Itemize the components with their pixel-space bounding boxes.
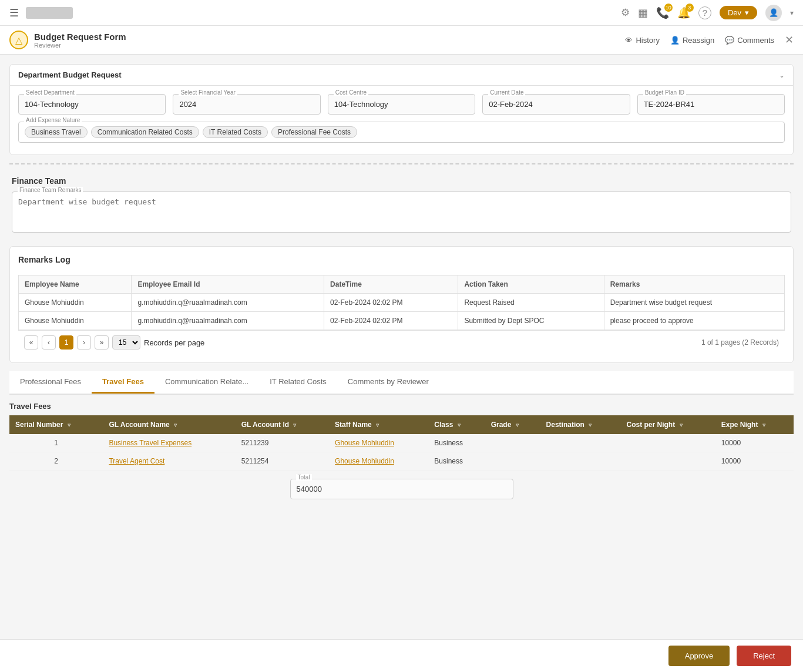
page-1-btn[interactable]: 1	[59, 335, 73, 350]
last-page-btn[interactable]: »	[95, 335, 109, 350]
tab-it-related[interactable]: IT Related Costs	[259, 371, 337, 394]
travel-fees-section: Travel Fees Serial Number ▿ GL Account N…	[9, 402, 794, 499]
sort-expe-icon[interactable]: ▿	[762, 422, 765, 428]
tags-container: Business TravelCommunication Related Cos…	[18, 122, 785, 143]
sub-header-right: 👁 History 👤 Reassign 💬 Comments ✕	[625, 33, 794, 46]
table-row: 1 Business Travel Expenses 5211239 Ghous…	[9, 434, 794, 452]
remarks-header-row: Employee Name Employee Email Id DateTime…	[19, 275, 785, 294]
cell-datetime: 02-Feb-2024 02:02 PM	[324, 294, 458, 312]
nav-right: ⚙ ▦ 📞 10 🔔 3 ? Dev ▾ 👤 ▾	[621, 5, 794, 21]
cell-remarks: please proceed to approve	[604, 312, 784, 330]
grid-icon[interactable]: ▦	[638, 6, 648, 19]
bell-icon[interactable]: 🔔 3	[677, 6, 690, 19]
tab-comments[interactable]: Comments by Reviewer	[337, 371, 439, 394]
sort-staff-icon[interactable]: ▿	[376, 422, 379, 428]
tab-communication[interactable]: Communication Relate...	[154, 371, 259, 394]
department-budget-header: Department Budget Request ⌄	[10, 65, 793, 86]
table-row: Ghouse Mohiuddin g.mohiuddin.q@ruaalmadi…	[19, 312, 785, 330]
sort-gl-name-icon[interactable]: ▿	[174, 422, 177, 428]
remarks-tbody: Ghouse Mohiuddin g.mohiuddin.q@ruaalmadi…	[19, 294, 785, 330]
dev-button[interactable]: Dev ▾	[720, 6, 757, 19]
cell-expe-night: 10000	[715, 434, 794, 452]
cost-centre-field: Cost Centre	[328, 94, 475, 115]
sub-header: △ Budget Request Form Reviewer 👁 History…	[0, 26, 803, 55]
th-destination: Destination ▿	[540, 415, 621, 434]
collapse-icon[interactable]: ⌄	[779, 71, 785, 79]
sort-gl-id-icon[interactable]: ▿	[293, 422, 296, 428]
expense-tag: IT Related Costs	[203, 126, 268, 138]
settings-icon[interactable]: ⚙	[621, 6, 630, 19]
expense-nature-field: Add Expense Nature Business TravelCommun…	[18, 122, 785, 143]
finance-team-title: Finance Team	[12, 176, 791, 186]
cell-gl-name: Business Travel Expenses	[103, 434, 235, 452]
travel-fees-header-row: Serial Number ▿ GL Account Name ▿ GL Acc…	[9, 415, 794, 434]
current-date-label: Current Date	[488, 89, 525, 96]
tab-travel-fees[interactable]: Travel Fees	[92, 371, 154, 394]
next-page-btn[interactable]: ›	[77, 335, 91, 350]
department-field: Select Department	[18, 94, 166, 115]
pagination-info: 1 of 1 pages (2 Records)	[701, 338, 779, 347]
page-size-select[interactable]: 15 25 50	[112, 335, 140, 350]
cell-destination	[540, 434, 621, 452]
cell-gl-id: 5211254	[236, 452, 329, 471]
total-field: Total	[290, 479, 513, 499]
finance-remarks-textarea[interactable]	[12, 191, 791, 233]
cost-centre-input[interactable]	[328, 94, 475, 115]
bell-badge: 3	[686, 4, 694, 12]
first-page-btn[interactable]: «	[24, 335, 38, 350]
reassign-action[interactable]: 👤 Reassign	[670, 36, 714, 45]
page-subtitle: Reviewer	[34, 42, 126, 49]
help-icon[interactable]: ?	[698, 6, 711, 19]
avatar[interactable]: 👤	[765, 5, 782, 21]
travel-fees-thead: Serial Number ▿ GL Account Name ▿ GL Acc…	[9, 415, 794, 434]
sort-serial-icon[interactable]: ▿	[68, 422, 70, 428]
remarks-log-title: Remarks Log	[18, 255, 785, 264]
hamburger-menu[interactable]: ☰	[9, 6, 19, 19]
cell-serial: 2	[9, 452, 103, 471]
current-date-input[interactable]	[482, 94, 630, 115]
financial-year-input[interactable]	[173, 94, 320, 115]
warning-icon: △	[9, 31, 28, 49]
comments-action[interactable]: 💬 Comments	[725, 36, 774, 45]
page-title-block: Budget Request Form Reviewer	[34, 32, 126, 49]
expense-nature-label: Add Expense Nature	[24, 117, 82, 123]
budget-plan-input[interactable]	[637, 94, 785, 115]
th-serial: Serial Number ▿	[9, 415, 103, 434]
table-row: 2 Travel Agent Cost 5211254 Ghouse Mohiu…	[9, 452, 794, 471]
sort-dest-icon[interactable]: ▿	[589, 422, 592, 428]
total-label: Total	[296, 474, 312, 481]
col-email: Employee Email Id	[132, 275, 324, 294]
table-row: Ghouse Mohiuddin g.mohiuddin.q@ruaalmadi…	[19, 294, 785, 312]
finance-remarks-label: Finance Team Remarks	[18, 187, 83, 193]
col-employee-name: Employee Name	[19, 275, 132, 294]
cell-employee-name: Ghouse Mohiuddin	[19, 312, 132, 330]
remarks-log-card: Remarks Log Employee Name Employee Email…	[9, 246, 794, 363]
col-datetime: DateTime	[324, 275, 458, 294]
remarks-table-wrapper: Employee Name Employee Email Id DateTime…	[18, 270, 785, 330]
cell-staff: Ghouse Mohiuddin	[329, 452, 428, 471]
form-row-1: Select Department Select Financial Year …	[18, 94, 785, 115]
sort-grade-icon[interactable]: ▿	[516, 422, 519, 428]
sort-class-icon[interactable]: ▿	[458, 422, 461, 428]
cost-centre-label: Cost Centre	[334, 89, 368, 96]
comments-icon: 💬	[725, 36, 734, 45]
phone-icon[interactable]: 📞 10	[656, 6, 669, 19]
sort-cost-icon[interactable]: ▿	[680, 422, 683, 428]
close-button[interactable]: ✕	[785, 33, 794, 46]
th-staff: Staff Name ▿	[329, 415, 428, 434]
remarks-log-body: Remarks Log Employee Name Employee Email…	[10, 247, 793, 362]
prev-page-btn[interactable]: ‹	[42, 335, 56, 350]
cell-serial: 1	[9, 434, 103, 452]
tab-professional-fees[interactable]: Professional Fees	[9, 371, 92, 394]
history-action[interactable]: 👁 History	[625, 36, 659, 45]
department-input[interactable]	[18, 94, 166, 115]
travel-fees-table-wrapper: Serial Number ▿ GL Account Name ▿ GL Acc…	[9, 415, 794, 471]
cell-gl-id: 5211239	[236, 434, 329, 452]
cell-email: g.mohiuddin.q@ruaalmadinah.com	[132, 294, 324, 312]
cell-class: Business	[428, 452, 485, 471]
phone-badge: 10	[664, 4, 673, 12]
cell-cost-night	[621, 434, 715, 452]
section-divider	[9, 163, 794, 164]
cell-grade	[485, 434, 540, 452]
financial-year-field: Select Financial Year	[173, 94, 320, 115]
